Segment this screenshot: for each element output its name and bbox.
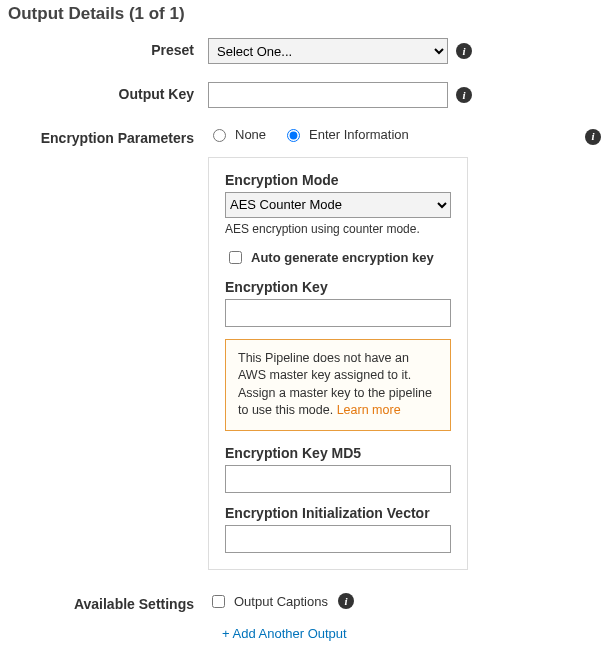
output-key-label: Output Key: [8, 82, 208, 102]
info-icon[interactable]: i: [338, 593, 354, 609]
encryption-key-input[interactable]: [225, 299, 451, 327]
encryption-label: Encryption Parameters: [8, 126, 208, 146]
info-icon[interactable]: i: [456, 87, 472, 103]
encryption-none-label: None: [235, 127, 266, 142]
auto-generate-key-checkbox[interactable]: [229, 251, 242, 264]
encryption-key-md5-label: Encryption Key MD5: [225, 445, 451, 461]
output-captions-checkbox[interactable]: [212, 595, 225, 608]
output-key-input[interactable]: [208, 82, 448, 108]
preset-label: Preset: [8, 38, 208, 58]
preset-row: Preset Select One... i: [8, 38, 601, 64]
section-title: Output Details (1 of 1): [8, 4, 601, 24]
encryption-mode-label: Encryption Mode: [225, 172, 451, 188]
encryption-key-md5-input[interactable]: [225, 465, 451, 493]
output-captions-label: Output Captions: [234, 594, 328, 609]
encryption-enter-radio[interactable]: [287, 129, 300, 142]
learn-more-link[interactable]: Learn more: [337, 403, 401, 417]
encryption-none-radio[interactable]: [213, 129, 226, 142]
encryption-key-label: Encryption Key: [225, 279, 451, 295]
info-icon[interactable]: i: [585, 129, 601, 145]
pipeline-key-warning: This Pipeline does not have an AWS maste…: [225, 339, 451, 431]
available-settings-label: Available Settings: [8, 592, 208, 612]
encryption-iv-input[interactable]: [225, 525, 451, 553]
encryption-mode-desc: AES encryption using counter mode.: [225, 222, 451, 236]
preset-select[interactable]: Select One...: [208, 38, 448, 64]
warning-text: This Pipeline does not have an AWS maste…: [238, 351, 432, 418]
auto-generate-key-label: Auto generate encryption key: [251, 250, 434, 265]
output-key-row: Output Key i: [8, 82, 601, 108]
add-another-output-link[interactable]: + Add Another Output: [222, 626, 347, 641]
encryption-panel: Encryption Mode AES Counter Mode AES enc…: [208, 157, 468, 570]
info-icon[interactable]: i: [456, 43, 472, 59]
encryption-mode-select[interactable]: AES Counter Mode: [225, 192, 451, 218]
encryption-row: Encryption Parameters None Enter Informa…: [8, 126, 601, 570]
encryption-enter-label: Enter Information: [309, 127, 409, 142]
available-settings-row: Available Settings Output Captions i: [8, 592, 601, 612]
encryption-iv-label: Encryption Initialization Vector: [225, 505, 451, 521]
